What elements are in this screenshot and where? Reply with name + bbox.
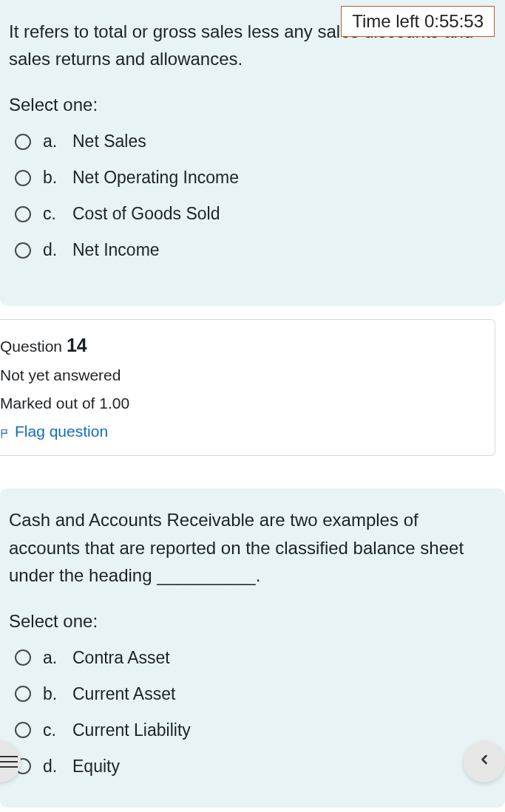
question-13-block: It refers to total or gross sales less a… [0,0,505,306]
chevron-left-icon [477,752,492,771]
question-number-value: 14 [67,335,87,355]
option-letter: d. [43,240,61,260]
option-letter: a. [43,132,61,151]
question-info-panel: Question 14 Not yet answered Marked out … [0,319,495,456]
option-letter: b. [43,684,61,704]
option-text: Net Sales [72,132,146,151]
option-text: Current Asset [72,684,175,704]
question-text: Cash and Accounts Receivable are two exa… [9,506,482,589]
option-text: Cost of Goods Sold [72,204,220,224]
flag-question-link[interactable]: Flag question [0,423,483,440]
timer-badge: Time left 0:55:53 [341,6,495,37]
option-row: c. Current Liability [15,720,496,740]
option-letter: a. [43,648,61,668]
option-letter: d. [43,757,61,777]
menu-icon [0,756,18,768]
question-label: Question [0,338,62,355]
question-14-block: Cash and Accounts Receivable are two exa… [0,488,505,808]
option-row: c. Cost of Goods Sold [15,204,496,224]
option-row: d. Equity [15,757,496,777]
options-list: a. Contra Asset b. Current Asset c. Curr… [9,648,496,777]
options-list: a. Net Sales b. Net Operating Income c. … [9,132,496,260]
option-radio-b[interactable] [15,170,31,186]
option-row: b. Current Asset [15,684,496,704]
option-text: Net Operating Income [72,168,239,188]
select-one-label: Select one: [9,611,496,632]
option-radio-c[interactable] [15,206,31,222]
option-letter: b. [43,168,61,188]
option-text: Net Income [72,240,160,260]
option-row: a. Net Sales [15,132,496,151]
option-radio-d[interactable] [15,242,31,259]
back-button[interactable] [464,741,505,782]
option-text: Current Liability [72,720,191,740]
option-radio-c[interactable] [15,722,31,738]
flag-icon [0,426,10,437]
option-radio-a[interactable] [15,649,31,666]
option-text: Equity [72,757,120,777]
option-row: a. Contra Asset [15,648,496,668]
option-row: b. Net Operating Income [15,168,496,188]
question-number: Question 14 [0,335,483,356]
option-letter: c. [43,720,61,740]
option-row: d. Net Income [15,240,496,260]
option-letter: c. [43,204,61,224]
option-text: Contra Asset [72,648,170,668]
option-radio-b[interactable] [15,686,31,702]
option-radio-a[interactable] [15,134,31,150]
question-status: Not yet answered [0,366,483,384]
flag-question-label: Flag question [15,423,108,440]
question-marks: Marked out of 1.00 [0,395,483,412]
select-one-label: Select one: [9,95,496,115]
